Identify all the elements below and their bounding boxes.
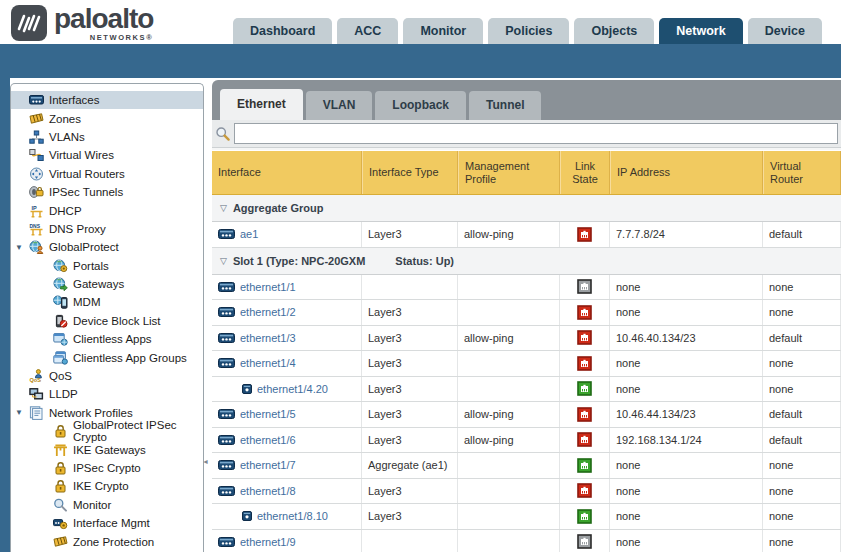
tab-tunnel[interactable]: Tunnel <box>469 91 541 120</box>
expander-triangle-icon[interactable]: ▼ <box>13 243 25 252</box>
sidebar-item-monitor[interactable]: Monitor <box>11 496 203 514</box>
sidebar-collapse-handle[interactable]: ◄ <box>201 446 210 476</box>
interface-name-link[interactable]: ethernet1/6 <box>240 434 296 446</box>
column-header-interface[interactable]: Interface <box>212 151 362 194</box>
table-row-ethernet1-7[interactable]: ethernet1/7Aggregate (ae1)nonenone <box>212 453 841 479</box>
collapse-triangle-icon[interactable]: ▽ <box>220 203 227 213</box>
sidebar-item-label: Virtual Wires <box>49 149 114 161</box>
link-state-down-icon <box>577 407 592 422</box>
sidebar-item-virtual-wires[interactable]: Virtual Wires <box>11 146 203 164</box>
sidebar-item-dns-proxy[interactable]: DNSDNS Proxy <box>11 220 203 238</box>
lldp-icon <box>29 387 45 401</box>
table-row-ethernet1-8-10[interactable]: ethernet1/8.10Layer3nonenone <box>212 504 841 530</box>
sidebar-item-vlans[interactable]: VLANs <box>11 128 203 146</box>
group-row-aggregate-group[interactable]: ▽Aggregate Group <box>212 195 841 222</box>
sidebar-item-interfaces[interactable]: Interfaces <box>11 91 203 109</box>
interface-name-link[interactable]: ethernet1/5 <box>240 408 296 420</box>
clientless-app-groups-icon <box>53 351 69 365</box>
interface-name-link[interactable]: ethernet1/4 <box>240 357 296 369</box>
virtual-router-cell: default <box>763 326 841 351</box>
interface-type-cell: Layer3 <box>362 428 458 453</box>
sidebar-item-mdm[interactable]: MDM <box>11 293 203 311</box>
sidebar-item-dhcp[interactable]: IPDHCP <box>11 201 203 219</box>
top-tab-device[interactable]: Device <box>748 18 822 44</box>
mdm-icon <box>53 295 69 309</box>
sidebar-item-globalprotect[interactable]: ▼GlobalProtect <box>11 238 203 256</box>
interface-name-link[interactable]: ethernet1/2 <box>240 306 296 318</box>
interface-type-tabs: EthernetVLANLoopbackTunnel <box>212 80 841 120</box>
interface-icon <box>218 537 235 547</box>
interface-name-link[interactable]: ethernet1/8 <box>240 485 296 497</box>
sidebar-item-lldp[interactable]: LLDP <box>11 385 203 403</box>
interface-name-link[interactable]: ethernet1/4.20 <box>257 383 328 395</box>
sidebar-item-zone-protection[interactable]: Zone Protection <box>11 532 203 550</box>
table-row-ethernet1-9[interactable]: ethernet1/9nonenone <box>212 530 841 552</box>
column-header-virtual-router[interactable]: Virtual Router <box>763 151 841 194</box>
interface-cell: ethernet1/4 <box>212 351 362 376</box>
interface-type-cell: Layer3 <box>362 402 458 427</box>
management-profile-cell <box>458 351 560 376</box>
column-header-ip-address[interactable]: IP Address <box>610 151 763 194</box>
interface-name-link[interactable]: ethernet1/9 <box>240 536 296 548</box>
sidebar-item-qos[interactable]: QoSQoS <box>11 367 203 385</box>
top-tab-policies[interactable]: Policies <box>488 18 569 44</box>
group-row-slot-1-type-npc-20gxm[interactable]: ▽Slot 1 (Type: NPC-20GXMStatus: Up) <box>212 248 841 275</box>
link-state-cell <box>560 530 610 552</box>
top-tab-dashboard[interactable]: Dashboard <box>233 18 332 44</box>
interface-name-link[interactable]: ethernet1/1 <box>240 281 296 293</box>
lock-icon <box>53 461 69 475</box>
tab-vlan[interactable]: VLAN <box>306 91 373 120</box>
management-profile-cell: allow-ping <box>458 402 560 427</box>
link-state-down-icon <box>577 305 592 320</box>
interface-type-cell: Layer3 <box>362 504 458 529</box>
top-tab-monitor[interactable]: Monitor <box>403 18 483 44</box>
table-row-ethernet1-4[interactable]: ethernet1/4Layer3nonenone <box>212 351 841 377</box>
table-row-ethernet1-8[interactable]: ethernet1/8Layer3nonenone <box>212 479 841 505</box>
table-row-ethernet1-5[interactable]: ethernet1/5Layer3allow-ping10.46.44.134/… <box>212 402 841 428</box>
link-state-cell <box>560 377 610 402</box>
interface-cell: ethernet1/2 <box>212 300 362 325</box>
table-row-ethernet1-2[interactable]: ethernet1/2Layer3nonenone <box>212 300 841 326</box>
interface-cell: ethernet1/9 <box>212 530 362 552</box>
ip-address-cell: none <box>610 453 763 478</box>
sidebar-item-ipsec-crypto[interactable]: IPSec Crypto <box>11 459 203 477</box>
top-tab-acc[interactable]: ACC <box>337 18 398 44</box>
column-header-interface-type[interactable]: Interface Type <box>362 151 458 194</box>
sidebar-item-device-block-list[interactable]: Device Block List <box>11 312 203 330</box>
top-tab-objects[interactable]: Objects <box>574 18 654 44</box>
sidebar-item-zones[interactable]: Zones <box>11 109 203 127</box>
column-header-management-profile[interactable]: Management Profile <box>458 151 560 194</box>
collapse-triangle-icon[interactable]: ▽ <box>220 256 227 266</box>
sidebar-item-globalprotect-ipsec-crypto[interactable]: GlobalProtect IPSec Crypto <box>11 422 203 440</box>
filter-input[interactable] <box>234 123 838 144</box>
sidebar-item-ipsec-tunnels[interactable]: IPSec Tunnels <box>11 183 203 201</box>
interface-name-link[interactable]: ethernet1/8.10 <box>257 510 328 522</box>
portals-icon <box>53 259 69 273</box>
sidebar-item-interface-mgmt[interactable]: Interface Mgmt <box>11 514 203 532</box>
interface-name-link[interactable]: ethernet1/3 <box>240 332 296 344</box>
sidebar-item-virtual-routers[interactable]: Virtual Routers <box>11 165 203 183</box>
link-state-up-icon <box>577 381 592 396</box>
sidebar-item-gateways[interactable]: Gateways <box>11 275 203 293</box>
top-tab-network[interactable]: Network <box>659 18 742 44</box>
link-state-down-icon <box>577 432 592 447</box>
sidebar-item-portals[interactable]: Portals <box>11 257 203 275</box>
interface-icon <box>218 333 235 343</box>
interface-name-link[interactable]: ae1 <box>240 228 258 240</box>
tab-loopback[interactable]: Loopback <box>375 91 466 120</box>
sidebar-item-clientless-app-groups[interactable]: Clientless App Groups <box>11 348 203 366</box>
sidebar-item-clientless-apps[interactable]: Clientless Apps <box>11 330 203 348</box>
table-row-ethernet1-3[interactable]: ethernet1/3Layer3allow-ping10.46.40.134/… <box>212 326 841 352</box>
interface-name-link[interactable]: ethernet1/7 <box>240 459 296 471</box>
table-row-ethernet1-1[interactable]: ethernet1/1nonenone <box>212 275 841 301</box>
table-row-ae1[interactable]: ae1Layer3allow-ping7.7.7.8/24default <box>212 222 841 248</box>
sidebar-item-ike-crypto[interactable]: IKE Crypto <box>11 477 203 495</box>
link-state-cell <box>560 300 610 325</box>
expander-triangle-icon[interactable]: ▼ <box>13 408 25 417</box>
virtual-routers-icon <box>29 167 45 181</box>
table-row-ethernet1-4-20[interactable]: ethernet1/4.20Layer3nonenone <box>212 377 841 403</box>
table-row-ethernet1-6[interactable]: ethernet1/6Layer3allow-ping192.168.134.1… <box>212 428 841 454</box>
palo-alto-web-ui: paloalto NETWORKS® DashboardACCMonitorPo… <box>0 0 841 552</box>
column-header-link-state[interactable]: Link State <box>560 151 610 194</box>
tab-ethernet[interactable]: Ethernet <box>220 89 303 120</box>
